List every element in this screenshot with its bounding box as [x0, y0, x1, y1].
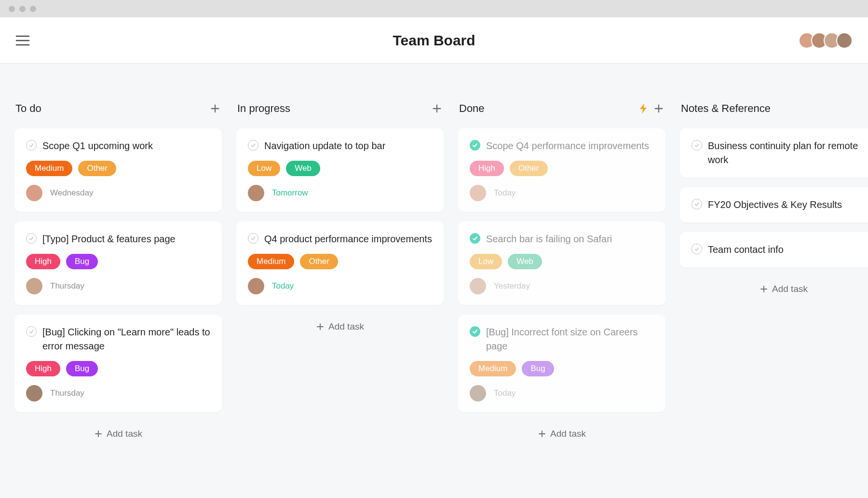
assignee-avatar[interactable]: [470, 385, 486, 401]
add-task-button[interactable]: Add task: [680, 277, 868, 301]
card-meta: Yesterday: [470, 278, 654, 294]
column-title: Notes & Reference: [681, 102, 771, 115]
assignee-avatar[interactable]: [470, 185, 486, 201]
card-header: Business continuity plan for remote work: [692, 139, 868, 167]
add-task-label: Add task: [328, 321, 364, 332]
tag[interactable]: Web: [286, 161, 320, 176]
tag[interactable]: Other: [300, 254, 338, 269]
add-card-button[interactable]: [431, 103, 443, 114]
card-title: FY20 Objectives & Key Results: [708, 198, 842, 212]
tag[interactable]: High: [470, 161, 504, 176]
assignee-avatar[interactable]: [26, 185, 42, 201]
assignee-avatar[interactable]: [26, 278, 42, 294]
card-meta: Thursday: [26, 278, 210, 294]
card-meta: Wednesday: [26, 185, 210, 201]
tag[interactable]: Bug: [66, 254, 98, 269]
complete-toggle[interactable]: [470, 233, 480, 244]
add-task-label: Add task: [550, 429, 586, 439]
task-card[interactable]: Scope Q4 performance improvementsHighOth…: [458, 128, 665, 212]
tag-row: HighBug: [26, 254, 210, 269]
due-date: Thursday: [50, 281, 84, 291]
assignee-avatar[interactable]: [470, 278, 486, 294]
column-actions: [431, 103, 443, 114]
tag[interactable]: Low: [248, 161, 280, 176]
card-title: Navigation update to top bar: [264, 139, 385, 153]
tag[interactable]: Medium: [26, 161, 72, 176]
tag[interactable]: High: [26, 361, 60, 376]
traffic-light-close[interactable]: [9, 6, 15, 12]
menu-button[interactable]: [15, 35, 30, 46]
task-card[interactable]: Q4 product performance improvementsMediu…: [236, 221, 444, 305]
card-header: Search bar is failing on Safari: [470, 232, 654, 246]
add-task-button[interactable]: Add task: [14, 422, 222, 446]
due-date: Thursday: [50, 388, 84, 398]
tag-row: HighOther: [470, 161, 654, 176]
task-card[interactable]: Navigation update to top barLowWebTomorr…: [236, 128, 444, 212]
column-header: To do: [14, 102, 222, 115]
column-actions: [638, 103, 665, 114]
tag[interactable]: Other: [78, 161, 116, 176]
card-header: Q4 product performance improvements: [248, 232, 432, 246]
card-header: Scope Q1 upcoming work: [26, 139, 210, 153]
card-title: Search bar is failing on Safari: [486, 232, 612, 246]
tag[interactable]: High: [26, 254, 60, 269]
svg-marker-11: [640, 103, 647, 114]
assignee-avatar[interactable]: [248, 278, 264, 294]
task-card[interactable]: Scope Q1 upcoming workMediumOtherWednesd…: [14, 128, 222, 212]
complete-toggle[interactable]: [692, 140, 702, 151]
column-title: To do: [15, 102, 41, 115]
card-header: [Typo] Product & features page: [26, 232, 210, 246]
due-date: Yesterday: [494, 281, 530, 291]
task-card[interactable]: [Bug] Incorrect font size on Careers pag…: [458, 315, 665, 412]
tag[interactable]: Bug: [522, 361, 554, 376]
tag[interactable]: Web: [508, 254, 542, 269]
due-date: Today: [494, 188, 515, 198]
tag[interactable]: Medium: [470, 361, 516, 376]
complete-toggle[interactable]: [248, 233, 258, 244]
board-column: In progressNavigation update to top barL…: [236, 102, 444, 339]
task-card[interactable]: [Bug] Clicking on "Learn more" leads to …: [14, 315, 222, 412]
due-date: Today: [272, 281, 294, 291]
tag[interactable]: Other: [510, 161, 548, 176]
tag-row: LowWeb: [248, 161, 432, 176]
add-task-button[interactable]: Add task: [458, 422, 665, 446]
rules-bolt-icon[interactable]: [638, 103, 648, 114]
complete-toggle[interactable]: [470, 326, 480, 337]
assignee-avatar[interactable]: [248, 185, 264, 201]
complete-toggle[interactable]: [26, 326, 37, 337]
member-avatars[interactable]: [799, 32, 853, 49]
task-card[interactable]: Search bar is failing on SafariLowWebYes…: [458, 221, 665, 305]
tag[interactable]: Medium: [248, 254, 294, 269]
board-column: To doScope Q1 upcoming workMediumOtherWe…: [14, 102, 222, 446]
complete-toggle[interactable]: [692, 199, 702, 209]
complete-toggle[interactable]: [692, 244, 702, 254]
complete-toggle[interactable]: [26, 140, 37, 151]
traffic-light-minimize[interactable]: [19, 6, 26, 12]
page-title: Team Board: [393, 32, 475, 49]
task-card[interactable]: Business continuity plan for remote work: [680, 128, 868, 178]
task-card[interactable]: Team contact info: [680, 232, 868, 267]
card-header: Navigation update to top bar: [248, 139, 432, 153]
tag-row: LowWeb: [470, 254, 654, 269]
card-header: Scope Q4 performance improvements: [470, 139, 654, 153]
column-header: Done: [458, 102, 665, 115]
add-task-button[interactable]: Add task: [236, 315, 444, 339]
card-header: Team contact info: [692, 243, 868, 257]
assignee-avatar[interactable]: [26, 385, 42, 401]
tag[interactable]: Low: [470, 254, 502, 269]
add-card-button[interactable]: [209, 103, 221, 114]
add-card-button[interactable]: [653, 103, 665, 114]
card-header: FY20 Objectives & Key Results: [692, 198, 868, 212]
task-card[interactable]: FY20 Objectives & Key Results: [680, 187, 868, 222]
complete-toggle[interactable]: [26, 233, 37, 244]
task-card[interactable]: [Typo] Product & features pageHighBugThu…: [14, 221, 222, 305]
complete-toggle[interactable]: [470, 140, 480, 151]
board-column: Notes & ReferenceBusiness continuity pla…: [680, 102, 868, 301]
due-date: Wednesday: [50, 188, 93, 198]
avatar[interactable]: [836, 32, 853, 49]
card-meta: Thursday: [26, 385, 210, 401]
card-title: [Typo] Product & features page: [42, 232, 176, 246]
tag[interactable]: Bug: [66, 361, 98, 376]
traffic-light-zoom[interactable]: [30, 6, 36, 12]
complete-toggle[interactable]: [248, 140, 258, 151]
